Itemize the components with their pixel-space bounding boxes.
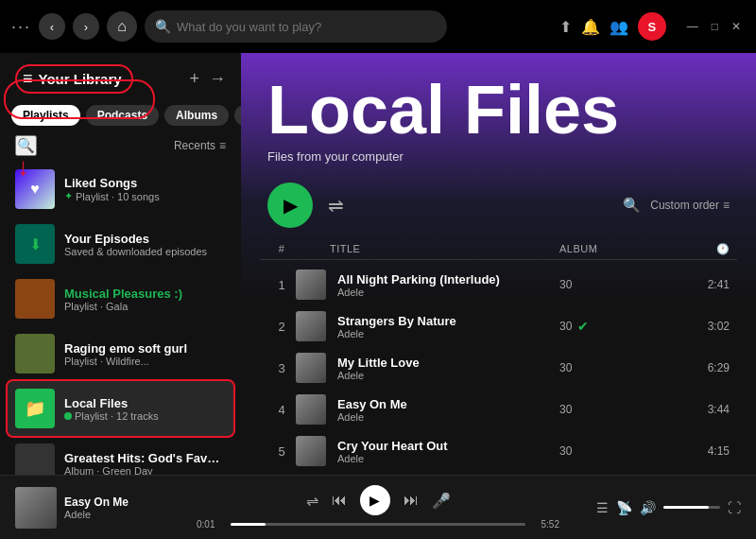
content-title: Local Files: [267, 76, 730, 144]
shuffle-button[interactable]: ⇌: [328, 194, 344, 217]
queue-button[interactable]: ☰: [596, 500, 609, 515]
track-duration: 3:44: [673, 403, 730, 416]
top-bar: ··· ‹ › ⌂ 🔍 ⬆ 🔔 👥 S — □ ✕: [0, 0, 756, 53]
episodes-meta: Saved & downloaded episodes: [64, 246, 226, 257]
tab-podcasts[interactable]: Podcasts: [86, 105, 159, 126]
track-info: All Night Parking (Interlude) Adele: [330, 272, 559, 298]
greatest-hits-info: Greatest Hits: God's Favorite Band Album…: [64, 451, 226, 476]
raging-info: Raging emo soft gurl Playlist · Wildfire…: [64, 341, 226, 367]
musical-meta: Playlist · Gala: [64, 301, 226, 312]
player-right: ☰ 📡 🔊 ⛶: [571, 500, 741, 515]
track-artist: Adele: [337, 411, 559, 423]
play-button[interactable]: ▶: [267, 183, 313, 228]
liked-songs-name: Liked Songs: [64, 176, 226, 190]
episodes-thumb: ⬇: [15, 224, 55, 264]
check-icon: ✔: [577, 319, 589, 334]
col-header-num: #: [267, 243, 296, 255]
heart-icon: ♥: [30, 181, 40, 198]
expand-library-button[interactable]: →: [209, 69, 226, 89]
player-track-name: Easy On Me: [64, 496, 185, 509]
content-area: Local Files Files from your computer ▶ ⇌…: [241, 53, 756, 475]
progress-bar[interactable]: [231, 523, 525, 526]
local-files-info: Local Files Playlist · 12 tracks: [64, 396, 226, 422]
next-button[interactable]: ⏭: [404, 492, 419, 509]
track-thumb: [296, 270, 326, 300]
close-button[interactable]: ✕: [728, 18, 745, 35]
raging-meta: Playlist · Wildfire...: [64, 356, 226, 367]
maximize-button[interactable]: □: [708, 18, 722, 35]
tab-albums[interactable]: Albums: [164, 105, 229, 126]
col-header-title: Title: [330, 243, 559, 255]
track-art: [296, 436, 326, 466]
track-info: My Little Love Adele: [330, 356, 559, 381]
search-input[interactable]: [145, 10, 447, 43]
sidebar-item-your-episodes[interactable]: ⬇ Your Episodes Saved & downloaded episo…: [8, 217, 233, 271]
library-label: Your Library: [39, 71, 122, 87]
musical-name: Musical Pleasures :): [64, 287, 226, 301]
track-name: Strangers By Nature: [337, 314, 559, 328]
avatar[interactable]: S: [638, 12, 666, 41]
prev-button[interactable]: ⏮: [332, 492, 347, 509]
library-icon: ≡: [23, 69, 33, 89]
shuffle-player-button[interactable]: ⇌: [306, 492, 318, 510]
track-thumb: [296, 353, 326, 383]
track-num: 3: [267, 361, 296, 375]
time-current: 0:01: [197, 519, 223, 530]
sidebar-list: ♥ Liked Songs ✦ Playlist · 10 songs ⬇ Yo…: [0, 162, 241, 475]
upload-icon[interactable]: ⬆: [559, 18, 572, 36]
library-title-wrap: ≡ Your Library: [15, 64, 133, 94]
player-album-art: [15, 487, 57, 529]
content-header: Local Files Files from your computer: [241, 53, 756, 171]
sidebar-header-actions: + →: [189, 69, 226, 89]
track-row[interactable]: 5 Cry Your Heart Out Adele 30 4:15: [260, 430, 737, 472]
window-controls: — □ ✕: [683, 18, 745, 35]
play-pause-button[interactable]: ▶: [360, 485, 390, 515]
nav-back-button[interactable]: ‹: [39, 13, 65, 40]
track-thumb: [296, 436, 326, 466]
track-table-header: # Title Album 🕐: [260, 239, 737, 260]
track-row[interactable]: 2 Strangers By Nature Adele 30 ✔ 3:02: [260, 305, 737, 347]
window-dots: ···: [11, 17, 31, 37]
tab-artists[interactable]: Ar: [234, 105, 241, 126]
search-tracks-button[interactable]: 🔍: [623, 197, 641, 214]
sidebar: ≡ Your Library + → Playlists Podcasts Al…: [0, 53, 241, 475]
track-artist: Adele: [337, 370, 559, 381]
progress-fill: [231, 523, 266, 526]
nav-forward-button[interactable]: ›: [73, 13, 99, 40]
folder-icon: 📁: [25, 398, 45, 419]
track-artist: Adele: [337, 453, 559, 464]
home-button[interactable]: ⌂: [107, 11, 137, 42]
track-row[interactable]: 4 Easy On Me Adele 30 3:44: [260, 389, 737, 430]
track-art: [296, 311, 326, 341]
lyrics-button[interactable]: 🎤: [432, 492, 451, 510]
sidebar-item-liked-songs[interactable]: ♥ Liked Songs ✦ Playlist · 10 songs: [8, 162, 233, 217]
bell-icon[interactable]: 🔔: [581, 18, 600, 36]
sidebar-item-greatest-hits[interactable]: Greatest Hits: God's Favorite Band Album…: [8, 436, 233, 475]
local-files-meta: Playlist · 12 tracks: [64, 410, 226, 422]
search-wrapper: 🔍: [145, 10, 447, 43]
volume-bar[interactable]: [663, 506, 720, 509]
fullscreen-button[interactable]: ⛶: [728, 500, 741, 515]
musical-thumb: [15, 279, 55, 319]
volume-icon[interactable]: 🔊: [640, 500, 656, 515]
minimize-button[interactable]: —: [683, 18, 702, 35]
connect-button[interactable]: 📡: [616, 500, 632, 515]
track-row[interactable]: 3 My Little Love Adele 30 6:29: [260, 347, 737, 389]
volume-fill: [663, 506, 709, 509]
liked-songs-meta: ✦ Playlist · 10 songs: [64, 190, 226, 202]
add-library-button[interactable]: +: [189, 69, 199, 89]
sidebar-search-button[interactable]: 🔍: [15, 135, 37, 156]
main-area: ≡ Your Library + → Playlists Podcasts Al…: [0, 53, 756, 475]
track-duration: 4:15: [673, 444, 730, 458]
sidebar-item-musical-pleasures[interactable]: Musical Pleasures :) Playlist · Gala: [8, 271, 233, 326]
track-album: 30: [559, 278, 673, 291]
col-header-duration: 🕐: [673, 243, 730, 255]
tab-playlists[interactable]: Playlists: [11, 105, 80, 126]
custom-order-button[interactable]: Custom order ≡: [650, 199, 730, 212]
sidebar-item-local-files[interactable]: 📁 Local Files Playlist · 12 tracks: [8, 381, 233, 436]
friends-icon[interactable]: 👥: [610, 18, 628, 36]
track-table: # Title Album 🕐 1 All Night Parking (Int…: [241, 239, 756, 475]
local-files-thumb: 📁: [15, 389, 55, 428]
track-row[interactable]: 1 All Night Parking (Interlude) Adele 30…: [260, 264, 737, 305]
sidebar-item-raging-emo[interactable]: Raging emo soft gurl Playlist · Wildfire…: [8, 326, 233, 381]
